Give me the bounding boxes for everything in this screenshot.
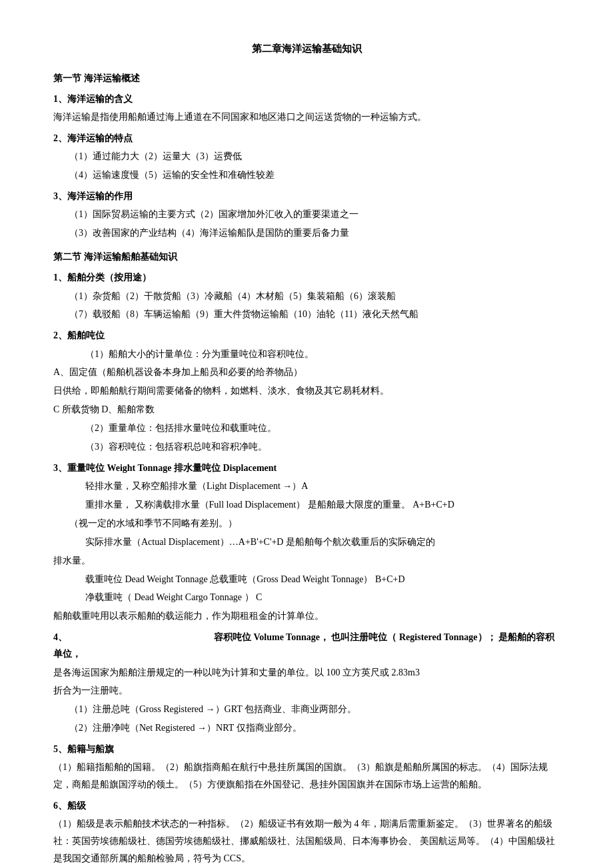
item6-actual: 实际排水量（Actual Displacement）…A+B'+C'+D 是船舶… bbox=[53, 534, 560, 551]
item4-content2: （7）载驳船（8）车辆运输船（9）重大件货物运输船（10）油轮（11）液化天然气… bbox=[53, 306, 560, 323]
item2-content2: （4）运输速度慢（5）运输的安全性和准确性较差 bbox=[53, 167, 560, 184]
item2-label: 2、海洋运输的特点 bbox=[53, 130, 560, 147]
item1-label: 1、海洋运输的含义 bbox=[53, 91, 560, 107]
item5-content6: （3）容积吨位：包括容积总吨和容积净吨。 bbox=[53, 438, 560, 456]
item6-cargo: 净载重吨（ Dead Weight Cargo Tonnage ） C bbox=[53, 589, 560, 606]
item7-content1: 是各海运国家为船舶注册规定的一种以吨为计算和丈量的单位。以 100 立方英尺或 … bbox=[53, 664, 560, 681]
item7-nrt: （2）注册净吨（Net Registered →）NRT 仅指商业部分。 bbox=[53, 719, 560, 737]
item6-actual2: 排水量。 bbox=[53, 552, 560, 570]
item6-dwt: 载重吨位 Dead Weight Tonnage 总载重吨（Gross Dead… bbox=[53, 571, 560, 588]
item6-usage: 船舶载重吨用以表示船舶的载运能力，作为期租租金的计算单位。 bbox=[53, 608, 560, 625]
item6-light: 轻排水量，又称空船排水量（Light Displacement →）A bbox=[53, 478, 560, 495]
section-1: 第一节 海洋运输概述 1、海洋运输的含义 海洋运输是指使用船舶通过海上通道在不同… bbox=[53, 70, 560, 242]
item5-content4: C 所载货物 D、船舶常数 bbox=[53, 401, 560, 418]
item3-content2: （3）改善国家的产业结构（4）海洋运输船队是国防的重要后备力量 bbox=[53, 224, 560, 242]
item6-label: 3、重量吨位 Weight Tonnage 排水量吨位 Displacement bbox=[53, 460, 560, 476]
item6-full: 重排水量， 又称满载排水量（Full load Displacement） 是船… bbox=[53, 496, 560, 514]
item5-content1: （1）船舶大小的计量单位：分为重量吨位和容积吨位。 bbox=[53, 346, 560, 363]
section2-title: 第二节 海洋运输船舶基础知识 bbox=[53, 248, 560, 265]
item3-content1: （1）国际贸易运输的主要方式（2）国家增加外汇收入的重要渠道之一 bbox=[53, 206, 560, 223]
item5-content3: 日供给，即船舶航行期间需要储备的物料，如燃料、淡水、食物及其它易耗材料。 bbox=[53, 382, 560, 400]
item6-note: （视一定的水域和季节不同略有差别。） bbox=[53, 515, 560, 532]
item2-content1: （1）通过能力大（2）运量大（3）运费低 bbox=[53, 148, 560, 165]
item4-content1: （1）杂货船（2）干散货船（3）冷藏船（4）木材船（5）集装箱船（6）滚装船 bbox=[53, 288, 560, 305]
item5-content2: A、固定值（船舶机器设备本身加上船员和必要的给养物品） bbox=[53, 364, 560, 381]
item5-content5: （2）重量单位：包括排水量吨位和载重吨位。 bbox=[53, 420, 560, 437]
page-container: 第二章海洋运输基础知识 第一节 海洋运输概述 1、海洋运输的含义 海洋运输是指使… bbox=[53, 40, 560, 867]
item9-content: （1）船级是表示船舶技术状态的一种指标。（2）船级证书有效期一般为 4 年，期满… bbox=[53, 815, 560, 867]
page-title: 第二章海洋运输基础知识 bbox=[53, 40, 560, 58]
section-2: 第二节 海洋运输船舶基础知识 1、船舶分类（按用途） （1）杂货船（2）干散货船… bbox=[53, 248, 560, 867]
item9-label: 6、船级 bbox=[53, 797, 560, 814]
item8-content: （1）船籍指船舶的国籍。（2）船旗指商船在航行中悬挂所属国的国旗。（3）船旗是船… bbox=[53, 759, 560, 793]
section1-title: 第一节 海洋运输概述 bbox=[53, 70, 560, 87]
item7-content2: 折合为一注册吨。 bbox=[53, 682, 560, 699]
item8-label: 5、船籍与船旗 bbox=[53, 741, 560, 757]
item7-grt: （1）注册总吨（Gross Registered →）GRT 包括商业、非商业两… bbox=[53, 701, 560, 718]
item7-label: 4、容积吨位 Volume Tonnage， 也叫注册吨位（ Registere… bbox=[53, 629, 560, 662]
item1-content: 海洋运输是指使用船舶通过海上通道在不同国家和地区港口之间运送货物的一种运输方式。 bbox=[53, 109, 560, 126]
item5-label: 2、船舶吨位 bbox=[53, 327, 560, 344]
item3-label: 3、海洋运输的作用 bbox=[53, 188, 560, 205]
item4-label: 1、船舶分类（按用途） bbox=[53, 269, 560, 286]
